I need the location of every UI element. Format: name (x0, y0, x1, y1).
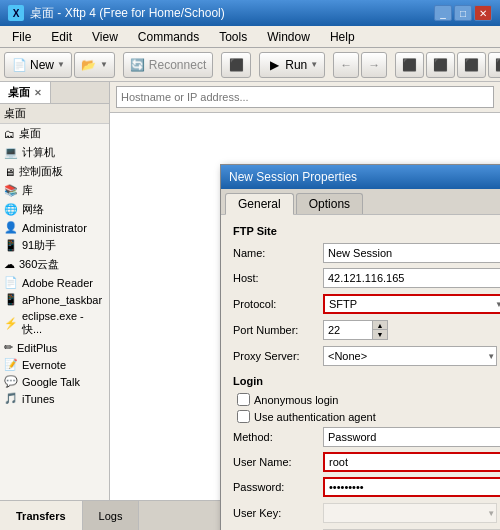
run-dropdown-arrow[interactable]: ▼ (310, 60, 318, 69)
window-title: 桌面 - Xftp 4 (Free for Home/School) (30, 5, 225, 22)
reconnect-button[interactable]: 🔄 Reconnect (123, 52, 213, 78)
menu-edit[interactable]: Edit (43, 29, 80, 45)
nav-forward-button[interactable]: → (361, 52, 387, 78)
sidebar-item-library[interactable]: 📚 库 (0, 181, 109, 200)
port-row: Port Number: ▲ ▼ (233, 320, 500, 340)
computer-icon: 💻 (4, 146, 18, 159)
sidebar-item-administrator[interactable]: 👤 Administrator (0, 219, 109, 236)
host-input[interactable] (323, 268, 500, 288)
sidebar-item-editplus[interactable]: ✏ EditPlus (0, 339, 109, 356)
tab-general[interactable]: General (225, 193, 294, 215)
folder-open-icon: 📂 (81, 57, 97, 73)
sidebar-item-googletalk[interactable]: 💬 Google Talk (0, 373, 109, 390)
folder-dropdown-arrow[interactable]: ▼ (100, 60, 108, 69)
username-input[interactable] (323, 452, 500, 472)
anonymous-login-checkbox[interactable] (237, 393, 250, 406)
address-row (110, 82, 500, 113)
tab-options[interactable]: Options (296, 193, 363, 214)
folder-open-button[interactable]: 📂 ▼ (74, 52, 115, 78)
network-icon: 🌐 (4, 203, 18, 216)
menu-tools[interactable]: Tools (211, 29, 255, 45)
menu-file[interactable]: File (4, 29, 39, 45)
anonymous-login-row: Anonymous login (233, 393, 500, 406)
name-row: Name: (233, 243, 500, 263)
folder-icon: 🗂 (4, 128, 15, 140)
sidebar-item-controlpanel[interactable]: 🖥 控制面板 (0, 162, 109, 181)
sync-button[interactable]: ⬛ (221, 52, 251, 78)
sidebar-header: 桌面 (0, 104, 109, 124)
protocol-row: Protocol: FTP SFTP FTPS ▼ Setup... (233, 293, 500, 315)
main-area: 桌面 ✕ 桌面 🗂 桌面 💻 计算机 🖥 控制面板 📚 库 🌐 网络 (0, 82, 500, 500)
close-button[interactable]: ✕ (474, 5, 492, 21)
paste-button[interactable]: ⬛ (426, 52, 455, 78)
sidebar-item-eclipse[interactable]: ⚡ eclipse.exe - 快... (0, 308, 109, 339)
sidebar-item-evernote[interactable]: 📝 Evernote (0, 356, 109, 373)
port-spin-buttons: ▲ ▼ (373, 320, 388, 340)
sidebar-item-adobereader[interactable]: 📄 Adobe Reader (0, 274, 109, 291)
close-tab-icon[interactable]: ✕ (34, 88, 42, 98)
copy-button[interactable]: ⬛ (395, 52, 424, 78)
tab-transfers[interactable]: Transfers (0, 501, 83, 530)
proxy-select[interactable]: <None> (323, 346, 497, 366)
proxy-select-wrapper: <None> ▼ (323, 346, 497, 366)
login-section-title: Login (233, 375, 500, 387)
auth-agent-checkbox[interactable] (237, 410, 250, 423)
new-button[interactable]: 📄 New ▼ (4, 52, 72, 78)
run-icon: ▶ (266, 57, 282, 73)
refresh-button[interactable]: ⬛ (488, 52, 500, 78)
host-row: Host: (233, 268, 500, 288)
evernote-icon: 📝 (4, 358, 18, 371)
port-input[interactable] (323, 320, 373, 340)
address-input[interactable] (116, 86, 494, 108)
app-icon: X (8, 5, 24, 21)
maximize-button[interactable]: □ (454, 5, 472, 21)
port-spin-down[interactable]: ▼ (373, 330, 387, 339)
menu-commands[interactable]: Commands (130, 29, 207, 45)
tab-logs[interactable]: Logs (83, 501, 140, 530)
menu-help[interactable]: Help (322, 29, 363, 45)
delete-button[interactable]: ⬛ (457, 52, 486, 78)
method-select[interactable]: Password Public Key Keyboard Interactive (323, 427, 500, 447)
port-label: Port Number: (233, 324, 323, 336)
dialog-title-text: New Session Properties (229, 170, 357, 184)
username-row: User Name: (233, 452, 500, 472)
phone-icon-2: 📱 (4, 293, 18, 306)
name-input[interactable] (323, 243, 500, 263)
menu-window[interactable]: Window (259, 29, 318, 45)
userkey-select[interactable] (323, 503, 497, 523)
port-spin-up[interactable]: ▲ (373, 321, 387, 330)
googletalk-icon: 💬 (4, 375, 18, 388)
sidebar-tab-desktop[interactable]: 桌面 ✕ (0, 82, 51, 103)
nav-back-button[interactable]: ← (333, 52, 359, 78)
bottom-tab-bar: Transfers Logs (0, 501, 139, 530)
auth-agent-row: Use authentication agent (233, 410, 500, 423)
sidebar-tab-bar: 桌面 ✕ (0, 82, 109, 104)
menu-view[interactable]: View (84, 29, 126, 45)
login-section: Login Anonymous login Use authentication… (233, 375, 500, 530)
reconnect-icon: 🔄 (130, 57, 146, 73)
cloud-icon: ☁ (4, 258, 15, 271)
sidebar-item-aphone[interactable]: 📱 aPhone_taskbar (0, 291, 109, 308)
run-button[interactable]: ▶ Run ▼ (259, 52, 325, 78)
new-icon: 📄 (11, 57, 27, 73)
sidebar-item-360cloud[interactable]: ☁ 360云盘 (0, 255, 109, 274)
user-icon: 👤 (4, 221, 18, 234)
sidebar-item-computer[interactable]: 💻 计算机 (0, 143, 109, 162)
username-label: User Name: (233, 456, 323, 468)
sidebar-item-network[interactable]: 🌐 网络 (0, 200, 109, 219)
protocol-select-wrapper: FTP SFTP FTPS ▼ (323, 294, 500, 314)
sidebar-item-desktop[interactable]: 🗂 桌面 (0, 124, 109, 143)
dialog-title-bar: New Session Properties ? ✕ (221, 165, 500, 189)
new-dropdown-arrow[interactable]: ▼ (57, 60, 65, 69)
sidebar-item-91assistant[interactable]: 📱 91助手 (0, 236, 109, 255)
sidebar-item-itunes[interactable]: 🎵 iTunes (0, 390, 109, 407)
method-label: Method: (233, 431, 323, 443)
password-label: Password: (233, 481, 323, 493)
password-input[interactable] (323, 477, 500, 497)
protocol-select[interactable]: FTP SFTP FTPS (323, 294, 500, 314)
proxy-row: Proxy Server: <None> ▼ Browse... (233, 345, 500, 367)
pdf-icon: 📄 (4, 276, 18, 289)
userkey-select-wrapper: ▼ (323, 503, 497, 523)
minimize-button[interactable]: _ (434, 5, 452, 21)
library-icon: 📚 (4, 184, 18, 197)
